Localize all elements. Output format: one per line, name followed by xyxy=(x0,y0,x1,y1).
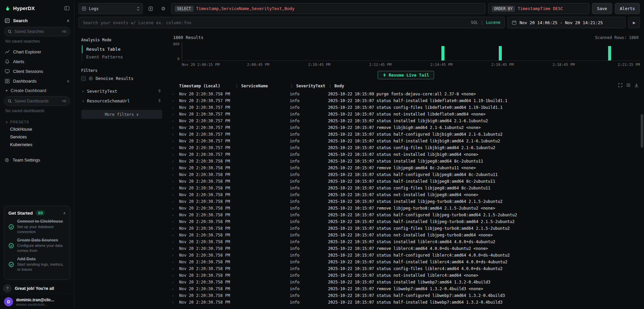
log-row[interactable]: › Nov 20 2:20:30.758 PM info 2025-10-22 … xyxy=(168,285,644,292)
log-row[interactable]: › Nov 20 2:20:30.758 PM info 2025-10-22 … xyxy=(168,198,644,205)
event-search-input[interactable]: Search your events w/ Lucene ex. column:… xyxy=(78,17,505,28)
user-menu[interactable]: D dominic.tran@clic... dominic.tran@clic… xyxy=(0,295,74,309)
download-icon[interactable] xyxy=(634,83,639,87)
column-header-severitytext[interactable]: ⋮ SeverityText xyxy=(290,84,328,88)
denoise-checkbox[interactable] xyxy=(81,76,86,81)
source-select[interactable]: Logs xyxy=(78,3,143,14)
log-row[interactable]: › Nov 20 2:20:30.757 PM info 2025-10-22 … xyxy=(168,144,644,151)
column-header-timestamp[interactable]: Timestamp (Local) xyxy=(179,84,235,88)
row-expand-icon[interactable]: › xyxy=(172,152,179,157)
preset-services[interactable]: Services xyxy=(0,133,74,141)
log-row[interactable]: › Nov 20 2:20:30.758 PM info 2025-10-22 … xyxy=(168,272,644,279)
log-row[interactable]: › Nov 20 2:20:30.758 PM info 2025-10-22 … xyxy=(168,171,644,178)
column-resize-handle[interactable]: ⋮ xyxy=(235,84,239,88)
log-row[interactable]: › Nov 20 2:20:30.758 PM info 2025-10-22 … xyxy=(168,259,644,265)
sidebar-item-alerts[interactable]: Alerts xyxy=(0,57,74,67)
log-row[interactable]: › Nov 20 2:20:30.758 PM info 2025-10-22 … xyxy=(168,279,644,285)
log-row[interactable]: › Nov 20 2:20:30.758 PM info 2025-10-22 … xyxy=(168,292,644,299)
more-filters-button[interactable]: More filters ∨ xyxy=(81,110,162,119)
row-expand-icon[interactable]: › xyxy=(172,126,179,130)
log-row[interactable]: › Nov 20 2:20:30.758 PM info 2025-10-22 … xyxy=(168,238,644,245)
log-row[interactable]: › Nov 20 2:20:30.758 PM info 2025-10-22 … xyxy=(168,225,644,232)
chart-bar[interactable] xyxy=(499,46,502,60)
log-row[interactable]: › Nov 20 2:20:30.758 PM info 2025-10-22 … xyxy=(168,245,644,252)
order-by-input[interactable]: ORDER BY TimestampTime DESC xyxy=(488,3,589,14)
column-header-body[interactable]: ⋮ Body xyxy=(328,84,640,88)
pin-icon[interactable] xyxy=(157,89,162,93)
log-row[interactable]: › Nov 20 2:20:30.757 PM info 2025-10-22 … xyxy=(168,138,644,144)
row-expand-icon[interactable]: › xyxy=(172,267,179,271)
log-row[interactable]: › Nov 20 2:20:30.757 PM info 2025-10-22 … xyxy=(168,131,644,138)
row-expand-icon[interactable]: › xyxy=(172,139,179,143)
row-expand-icon[interactable]: › xyxy=(172,253,179,258)
row-expand-icon[interactable]: › xyxy=(172,193,179,197)
row-expand-icon[interactable]: › xyxy=(172,179,179,184)
log-row[interactable]: › Nov 20 2:20:30.758 PM info 2025-10-22 … xyxy=(168,265,644,272)
get-started-step-title[interactable]: Create Data Sources xyxy=(17,238,64,242)
create-dashboard-button[interactable]: + Create Dashboard xyxy=(0,86,74,95)
time-range-picker[interactable]: Nov 20 14:06:25 - Nov 20 14:21:25 xyxy=(507,17,626,28)
log-row[interactable]: › Nov 20 2:20:30.758 PM info 2025-10-22 … xyxy=(168,91,644,97)
row-expand-icon[interactable]: › xyxy=(172,119,179,123)
preset-kubernetes[interactable]: Kubernetes xyxy=(0,141,74,148)
log-row[interactable]: › Nov 20 2:20:30.758 PM info 2025-10-22 … xyxy=(168,252,644,259)
filter-group-resourceschemaurl[interactable]: › ResourceSchemaUrl xyxy=(81,96,162,106)
row-expand-icon[interactable]: › xyxy=(172,233,179,237)
save-button[interactable]: Save xyxy=(592,3,612,14)
row-expand-icon[interactable]: › xyxy=(172,166,179,170)
preset-clickhouse[interactable]: ClickHouse xyxy=(0,125,74,133)
sql-toggle[interactable]: SQL xyxy=(471,20,478,25)
sidebar-item-search[interactable]: Search ∧ xyxy=(0,16,74,26)
add-source-button[interactable] xyxy=(146,4,156,14)
sidebar-item-client-sessions[interactable]: Client Sessions xyxy=(0,67,74,76)
lucene-toggle[interactable]: Lucene xyxy=(486,20,500,25)
row-expand-icon[interactable]: › xyxy=(172,220,179,224)
vertical-scrollbar[interactable] xyxy=(641,114,643,148)
log-row[interactable]: › Nov 20 2:20:30.758 PM info 2025-10-22 … xyxy=(168,212,644,218)
log-row[interactable]: › Nov 20 2:20:30.758 PM info 2025-10-22 … xyxy=(168,191,644,198)
row-expand-icon[interactable]: › xyxy=(172,273,179,278)
log-row[interactable]: › Nov 20 2:20:30.758 PM info 2025-10-22 … xyxy=(168,165,644,171)
log-row[interactable]: › Nov 20 2:20:30.758 PM info 2025-10-22 … xyxy=(168,218,644,225)
row-expand-icon[interactable]: › xyxy=(172,99,179,103)
column-header-servicename[interactable]: ⋮ ServiceName xyxy=(235,84,290,88)
row-expand-icon[interactable]: › xyxy=(172,173,179,177)
denoise-results-toggle[interactable]: Denoise Results xyxy=(81,76,162,81)
row-expand-icon[interactable]: › xyxy=(172,186,179,190)
chart-bar[interactable] xyxy=(608,46,611,60)
log-row[interactable]: › Nov 20 2:20:30.757 PM info 2025-10-22 … xyxy=(168,118,644,124)
row-expand-icon[interactable]: › xyxy=(172,112,179,117)
get-started-step-title[interactable]: Add Data xyxy=(17,257,64,261)
log-row[interactable]: › Nov 20 2:20:30.757 PM info 2025-10-22 … xyxy=(168,104,644,111)
mode-results-table[interactable]: Results Table xyxy=(82,45,163,53)
row-expand-icon[interactable]: › xyxy=(172,159,179,164)
row-expand-icon[interactable]: › xyxy=(172,287,179,291)
filter-group-severitytext[interactable]: › SeverityText xyxy=(81,86,162,96)
get-started-step-title[interactable]: Connect to ClickHouse xyxy=(17,219,64,224)
resume-live-tail-button[interactable]: Resume Live Tail xyxy=(378,71,434,79)
presets-toggle[interactable]: ∨ PRESETS xyxy=(0,117,74,125)
mode-event-patterns[interactable]: Event Patterns xyxy=(82,53,162,61)
log-row[interactable]: › Nov 20 2:20:30.758 PM info 2025-10-22 … xyxy=(168,185,644,191)
log-row[interactable]: › Nov 20 2:20:30.757 PM info 2025-10-22 … xyxy=(168,97,644,104)
row-density-icon[interactable] xyxy=(626,83,631,87)
select-clause-input[interactable]: SELECT Timestamp,ServiceName,SeverityTex… xyxy=(171,3,485,14)
column-resize-handle[interactable]: ⋮ xyxy=(290,84,294,88)
column-resize-handle[interactable]: ⋮ xyxy=(328,84,332,88)
log-row[interactable]: › Nov 20 2:20:30.758 PM info 2025-10-22 … xyxy=(168,158,644,165)
alerts-button[interactable]: Alerts xyxy=(615,3,640,14)
row-expand-icon[interactable]: › xyxy=(172,240,179,244)
source-settings-button[interactable]: ⚙ xyxy=(158,4,168,14)
row-expand-icon[interactable]: › xyxy=(172,92,179,96)
row-expand-icon[interactable]: › xyxy=(172,300,179,305)
saved-dashboards-input[interactable]: Saved Dashboards ⌘K xyxy=(4,96,70,106)
sidebar-item-dashboards[interactable]: Dashboards ∧ xyxy=(0,76,74,86)
row-expand-icon[interactable]: › xyxy=(172,280,179,284)
log-row[interactable]: › Nov 20 2:20:30.758 PM info 2025-10-22 … xyxy=(168,232,644,238)
row-expand-icon[interactable]: › xyxy=(172,105,179,110)
get-started-header[interactable]: Get Started 3/3 ∧ xyxy=(8,210,66,216)
expand-icon[interactable] xyxy=(618,83,623,87)
row-expand-icon[interactable]: › xyxy=(172,146,179,150)
log-row[interactable]: › Nov 20 2:20:30.758 PM info 2025-10-22 … xyxy=(168,205,644,212)
chart-bar[interactable] xyxy=(441,46,444,60)
